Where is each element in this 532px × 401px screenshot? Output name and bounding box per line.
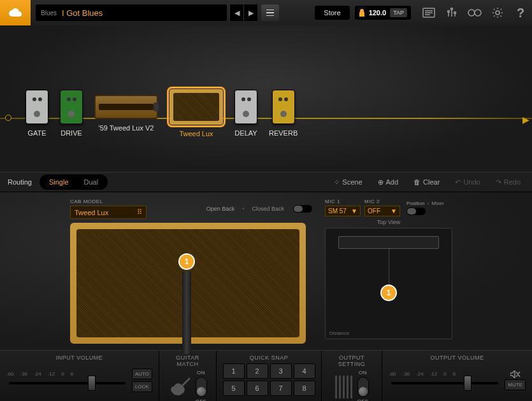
trash-icon: 🗑 xyxy=(413,178,421,186)
top-bar: Blues I Got Blues ◀ ▶ Store 120.0 TAP ? xyxy=(0,0,532,25)
signal-chain: ▶ GATEDRIVE'59 Tweed Lux V2Tweed LuxDELA… xyxy=(0,25,532,172)
open-back-option[interactable]: Open Back xyxy=(206,206,235,212)
input-volume-label: INPUT VOLUME xyxy=(6,355,152,361)
cab-model-select[interactable]: Tweed Lux ⠿ xyxy=(70,206,147,219)
output-volume-label: OUTPUT VOLUME xyxy=(389,355,526,361)
mic1-label: MIC 1 xyxy=(325,199,361,204)
redo-button[interactable]: ↷Redo xyxy=(492,176,524,189)
undo-icon: ↶ xyxy=(455,178,461,186)
output-setting-label: OUTPUT SETTING xyxy=(328,355,375,367)
preset-category: Blues xyxy=(41,10,57,17)
mic1-select[interactable]: SM 57▼ xyxy=(325,206,361,216)
quick-snap-label: QUICK SNAP xyxy=(250,355,289,361)
help-button[interactable]: ? xyxy=(512,4,529,21)
mute-button[interactable]: MUTE xyxy=(505,379,526,390)
snap-8[interactable]: 8 xyxy=(294,381,315,396)
store-button[interactable]: Store xyxy=(315,6,349,20)
mic2-select[interactable]: OFF▼ xyxy=(364,206,400,216)
mic-1-marker[interactable]: 1 xyxy=(178,253,195,270)
add-button[interactable]: ⊕Add xyxy=(374,176,403,189)
cab-front-view[interactable]: 1 xyxy=(70,223,306,344)
chain-item-reverb[interactable]: REVERB xyxy=(269,90,298,137)
snap-6[interactable]: 6 xyxy=(247,381,268,396)
handle-icon: ⠿ xyxy=(137,208,142,216)
snap-5[interactable]: 5 xyxy=(223,381,245,396)
tempo-box[interactable]: 120.0 TAP xyxy=(355,6,411,20)
guitar-match-switch[interactable] xyxy=(196,377,207,397)
looper-button[interactable] xyxy=(466,4,483,21)
chain-item-gate[interactable]: GATE xyxy=(25,90,48,137)
routing-toggle: Single Dual xyxy=(40,174,108,190)
guitar-icon[interactable] xyxy=(169,376,192,398)
cab-top-section: MIC 1 SM 57▼ MIC 2 OFF▼ Position•Mixer T… xyxy=(325,199,452,350)
mic-1-top-marker[interactable]: 1 xyxy=(380,285,397,301)
routing-bar: Routing Single Dual ⁘Scene ⊕Add 🗑Clear ↶… xyxy=(0,172,532,192)
preset-display[interactable]: Blues I Got Blues xyxy=(36,4,227,21)
cab-graphic xyxy=(169,89,223,125)
top-view-label: Top View xyxy=(325,219,452,225)
position-mixer-toggle[interactable] xyxy=(406,208,426,215)
cab-model-value: Tweed Lux xyxy=(75,209,108,216)
mic2-label: MIC 2 xyxy=(364,199,400,204)
amp-graphic xyxy=(94,95,158,119)
cloud-icon xyxy=(8,8,22,18)
snap-1[interactable]: 1 xyxy=(223,363,245,379)
undo-button[interactable]: ↶Undo xyxy=(451,176,484,189)
lock-button[interactable]: LOCK xyxy=(132,381,152,392)
clear-button[interactable]: 🗑Clear xyxy=(410,176,443,188)
quick-snap-section: QUICK SNAP 12345678 xyxy=(217,351,322,401)
footer: INPUT VOLUME -60-36-24-1206 AUTO LOCK GU… xyxy=(0,350,532,401)
output-volume-slider[interactable] xyxy=(391,382,498,384)
tap-button[interactable]: TAP xyxy=(390,8,407,17)
snap-4[interactable]: 4 xyxy=(294,363,315,379)
preset-list-button[interactable] xyxy=(261,4,279,21)
back-toggle[interactable] xyxy=(293,205,312,213)
preset-name: I Got Blues xyxy=(62,8,103,18)
output-setting-switch[interactable] xyxy=(357,377,369,397)
closed-back-option[interactable]: Closed Back xyxy=(252,206,284,212)
chain-item-drive[interactable]: DRIVE xyxy=(60,90,83,137)
position-label[interactable]: Position xyxy=(406,200,424,206)
settings-button[interactable] xyxy=(489,4,506,21)
reverb-label: REVERB xyxy=(269,129,298,137)
mic-1-body[interactable] xyxy=(182,271,191,354)
chain-item-amp[interactable]: '59 Tweed Lux V2 xyxy=(94,95,158,132)
preset-nav: ◀ ▶ xyxy=(229,4,257,21)
gate-label: GATE xyxy=(27,129,46,137)
preset-next-button[interactable]: ▶ xyxy=(243,4,257,21)
cab-label: Tweed Lux xyxy=(179,130,213,137)
tuner-button[interactable] xyxy=(443,4,460,21)
input-volume-slider[interactable] xyxy=(9,382,126,384)
chain-item-delay[interactable]: DELAY xyxy=(234,90,257,137)
preset-prev-button[interactable]: ◀ xyxy=(229,4,243,21)
cloud-button[interactable] xyxy=(0,0,31,25)
cab-top-view[interactable]: 1 Distance xyxy=(325,228,452,339)
chain-item-cab[interactable]: Tweed Lux xyxy=(169,89,223,137)
routing-single-button[interactable]: Single xyxy=(41,176,76,188)
input-scale: -60-36-24-1206 xyxy=(6,371,128,377)
cab-front-section: CAB MODEL Tweed Lux ⠿ Open Back • Closed… xyxy=(70,199,312,350)
list-icon xyxy=(266,10,274,16)
guitar-match-label: GUITAR MATCH xyxy=(166,355,210,367)
gate-graphic xyxy=(25,90,48,124)
scene-button[interactable]: ⁘Scene xyxy=(330,176,366,189)
guitar-match-section: GUITAR MATCH ON OFF xyxy=(159,351,217,401)
preset-browser-button[interactable] xyxy=(421,4,437,21)
delay-label: DELAY xyxy=(234,129,257,137)
chain-output-arrow: ▶ xyxy=(522,115,529,125)
chain-input-jack xyxy=(5,115,11,121)
snap-7[interactable]: 7 xyxy=(270,381,292,396)
reverb-graphic xyxy=(272,90,295,124)
auto-button[interactable]: AUTO xyxy=(132,369,152,379)
cab-model-label: CAB MODEL xyxy=(70,199,147,204)
output-meter-icon[interactable] xyxy=(335,376,352,398)
routing-dual-button[interactable]: Dual xyxy=(76,176,106,188)
drive-label: DRIVE xyxy=(61,129,82,137)
redo-icon: ↷ xyxy=(496,178,501,186)
lock-icon xyxy=(359,9,365,17)
snap-3[interactable]: 3 xyxy=(270,363,292,379)
snap-2[interactable]: 2 xyxy=(247,363,268,379)
routing-label: Routing xyxy=(8,178,32,186)
output-setting-section: OUTPUT SETTING ON OFF xyxy=(322,351,382,401)
mixer-label[interactable]: Mixer xyxy=(431,200,444,206)
